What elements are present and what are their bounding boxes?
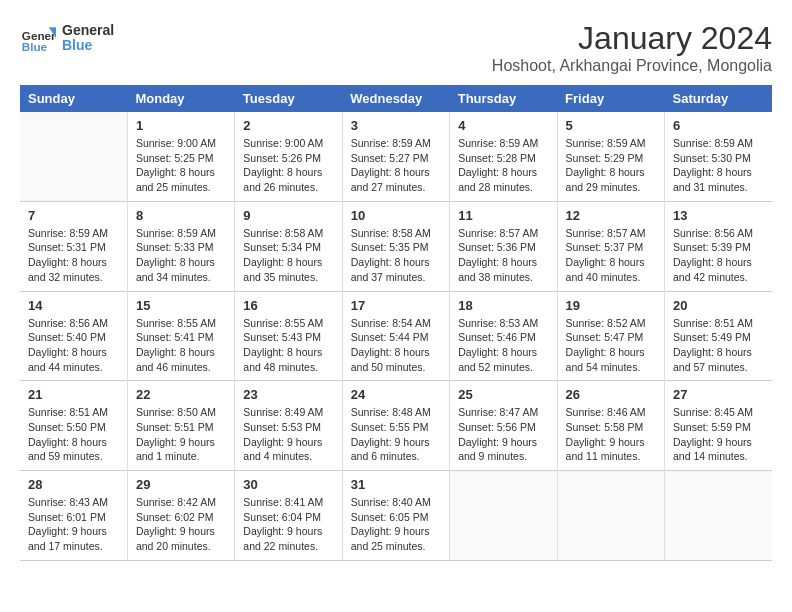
calendar-cell: 28Sunrise: 8:43 AM Sunset: 6:01 PM Dayli…	[20, 471, 127, 561]
day-number: 9	[243, 208, 333, 223]
header-wednesday: Wednesday	[342, 85, 449, 112]
day-info: Sunrise: 8:59 AM Sunset: 5:27 PM Dayligh…	[351, 136, 441, 195]
header-row: SundayMondayTuesdayWednesdayThursdayFrid…	[20, 85, 772, 112]
calendar-cell: 10Sunrise: 8:58 AM Sunset: 5:35 PM Dayli…	[342, 201, 449, 291]
svg-text:Blue: Blue	[22, 40, 48, 53]
day-number: 25	[458, 387, 548, 402]
day-info: Sunrise: 8:59 AM Sunset: 5:31 PM Dayligh…	[28, 226, 119, 285]
week-row-1: 1Sunrise: 9:00 AM Sunset: 5:25 PM Daylig…	[20, 112, 772, 201]
header-monday: Monday	[127, 85, 234, 112]
day-number: 2	[243, 118, 333, 133]
calendar-cell	[665, 471, 772, 561]
day-info: Sunrise: 9:00 AM Sunset: 5:25 PM Dayligh…	[136, 136, 226, 195]
day-info: Sunrise: 8:59 AM Sunset: 5:30 PM Dayligh…	[673, 136, 764, 195]
calendar-cell: 17Sunrise: 8:54 AM Sunset: 5:44 PM Dayli…	[342, 291, 449, 381]
calendar-cell: 15Sunrise: 8:55 AM Sunset: 5:41 PM Dayli…	[127, 291, 234, 381]
day-number: 27	[673, 387, 764, 402]
day-info: Sunrise: 8:53 AM Sunset: 5:46 PM Dayligh…	[458, 316, 548, 375]
day-info: Sunrise: 8:51 AM Sunset: 5:49 PM Dayligh…	[673, 316, 764, 375]
header-sunday: Sunday	[20, 85, 127, 112]
day-info: Sunrise: 8:57 AM Sunset: 5:37 PM Dayligh…	[566, 226, 656, 285]
day-number: 24	[351, 387, 441, 402]
calendar-cell: 27Sunrise: 8:45 AM Sunset: 5:59 PM Dayli…	[665, 381, 772, 471]
day-info: Sunrise: 8:56 AM Sunset: 5:39 PM Dayligh…	[673, 226, 764, 285]
logo: General Blue General Blue	[20, 20, 114, 56]
day-info: Sunrise: 8:45 AM Sunset: 5:59 PM Dayligh…	[673, 405, 764, 464]
day-number: 1	[136, 118, 226, 133]
day-info: Sunrise: 8:48 AM Sunset: 5:55 PM Dayligh…	[351, 405, 441, 464]
day-number: 23	[243, 387, 333, 402]
day-info: Sunrise: 8:46 AM Sunset: 5:58 PM Dayligh…	[566, 405, 656, 464]
calendar-cell: 8Sunrise: 8:59 AM Sunset: 5:33 PM Daylig…	[127, 201, 234, 291]
day-info: Sunrise: 8:43 AM Sunset: 6:01 PM Dayligh…	[28, 495, 119, 554]
day-info: Sunrise: 8:47 AM Sunset: 5:56 PM Dayligh…	[458, 405, 548, 464]
calendar-cell	[557, 471, 664, 561]
logo-blue: Blue	[62, 38, 114, 53]
day-number: 29	[136, 477, 226, 492]
day-info: Sunrise: 8:41 AM Sunset: 6:04 PM Dayligh…	[243, 495, 333, 554]
day-number: 28	[28, 477, 119, 492]
day-number: 7	[28, 208, 119, 223]
week-row-3: 14Sunrise: 8:56 AM Sunset: 5:40 PM Dayli…	[20, 291, 772, 381]
day-info: Sunrise: 8:57 AM Sunset: 5:36 PM Dayligh…	[458, 226, 548, 285]
calendar-cell: 22Sunrise: 8:50 AM Sunset: 5:51 PM Dayli…	[127, 381, 234, 471]
day-number: 12	[566, 208, 656, 223]
day-info: Sunrise: 8:59 AM Sunset: 5:33 PM Dayligh…	[136, 226, 226, 285]
header-friday: Friday	[557, 85, 664, 112]
day-number: 3	[351, 118, 441, 133]
logo-icon: General Blue	[20, 20, 56, 56]
calendar-cell: 11Sunrise: 8:57 AM Sunset: 5:36 PM Dayli…	[450, 201, 557, 291]
calendar-cell: 9Sunrise: 8:58 AM Sunset: 5:34 PM Daylig…	[235, 201, 342, 291]
calendar-cell: 21Sunrise: 8:51 AM Sunset: 5:50 PM Dayli…	[20, 381, 127, 471]
calendar-cell: 5Sunrise: 8:59 AM Sunset: 5:29 PM Daylig…	[557, 112, 664, 201]
calendar-cell: 14Sunrise: 8:56 AM Sunset: 5:40 PM Dayli…	[20, 291, 127, 381]
day-number: 4	[458, 118, 548, 133]
day-info: Sunrise: 8:56 AM Sunset: 5:40 PM Dayligh…	[28, 316, 119, 375]
day-info: Sunrise: 8:58 AM Sunset: 5:35 PM Dayligh…	[351, 226, 441, 285]
week-row-2: 7Sunrise: 8:59 AM Sunset: 5:31 PM Daylig…	[20, 201, 772, 291]
calendar-cell: 18Sunrise: 8:53 AM Sunset: 5:46 PM Dayli…	[450, 291, 557, 381]
day-info: Sunrise: 8:42 AM Sunset: 6:02 PM Dayligh…	[136, 495, 226, 554]
calendar-cell: 3Sunrise: 8:59 AM Sunset: 5:27 PM Daylig…	[342, 112, 449, 201]
calendar-cell	[20, 112, 127, 201]
day-number: 13	[673, 208, 764, 223]
day-info: Sunrise: 8:58 AM Sunset: 5:34 PM Dayligh…	[243, 226, 333, 285]
day-number: 26	[566, 387, 656, 402]
day-info: Sunrise: 8:49 AM Sunset: 5:53 PM Dayligh…	[243, 405, 333, 464]
calendar-cell: 30Sunrise: 8:41 AM Sunset: 6:04 PM Dayli…	[235, 471, 342, 561]
day-number: 6	[673, 118, 764, 133]
calendar-cell: 25Sunrise: 8:47 AM Sunset: 5:56 PM Dayli…	[450, 381, 557, 471]
day-number: 19	[566, 298, 656, 313]
logo-general: General	[62, 23, 114, 38]
day-number: 16	[243, 298, 333, 313]
day-number: 10	[351, 208, 441, 223]
day-number: 31	[351, 477, 441, 492]
page-title: January 2024	[492, 20, 772, 57]
calendar-cell: 23Sunrise: 8:49 AM Sunset: 5:53 PM Dayli…	[235, 381, 342, 471]
day-info: Sunrise: 8:55 AM Sunset: 5:43 PM Dayligh…	[243, 316, 333, 375]
calendar-cell: 29Sunrise: 8:42 AM Sunset: 6:02 PM Dayli…	[127, 471, 234, 561]
calendar-cell: 16Sunrise: 8:55 AM Sunset: 5:43 PM Dayli…	[235, 291, 342, 381]
day-info: Sunrise: 8:40 AM Sunset: 6:05 PM Dayligh…	[351, 495, 441, 554]
page-header: General Blue General Blue January 2024 H…	[20, 20, 772, 75]
day-number: 8	[136, 208, 226, 223]
day-number: 5	[566, 118, 656, 133]
day-number: 18	[458, 298, 548, 313]
calendar-cell: 26Sunrise: 8:46 AM Sunset: 5:58 PM Dayli…	[557, 381, 664, 471]
calendar-cell: 1Sunrise: 9:00 AM Sunset: 5:25 PM Daylig…	[127, 112, 234, 201]
day-info: Sunrise: 8:50 AM Sunset: 5:51 PM Dayligh…	[136, 405, 226, 464]
day-number: 15	[136, 298, 226, 313]
week-row-4: 21Sunrise: 8:51 AM Sunset: 5:50 PM Dayli…	[20, 381, 772, 471]
day-info: Sunrise: 8:55 AM Sunset: 5:41 PM Dayligh…	[136, 316, 226, 375]
calendar-cell: 12Sunrise: 8:57 AM Sunset: 5:37 PM Dayli…	[557, 201, 664, 291]
title-block: January 2024 Hoshoot, Arkhangai Province…	[492, 20, 772, 75]
page-subtitle: Hoshoot, Arkhangai Province, Mongolia	[492, 57, 772, 75]
day-info: Sunrise: 8:54 AM Sunset: 5:44 PM Dayligh…	[351, 316, 441, 375]
calendar-cell: 2Sunrise: 9:00 AM Sunset: 5:26 PM Daylig…	[235, 112, 342, 201]
day-info: Sunrise: 8:59 AM Sunset: 5:29 PM Dayligh…	[566, 136, 656, 195]
calendar-cell	[450, 471, 557, 561]
calendar-cell: 4Sunrise: 8:59 AM Sunset: 5:28 PM Daylig…	[450, 112, 557, 201]
calendar-table: SundayMondayTuesdayWednesdayThursdayFrid…	[20, 85, 772, 561]
day-number: 30	[243, 477, 333, 492]
calendar-cell: 19Sunrise: 8:52 AM Sunset: 5:47 PM Dayli…	[557, 291, 664, 381]
